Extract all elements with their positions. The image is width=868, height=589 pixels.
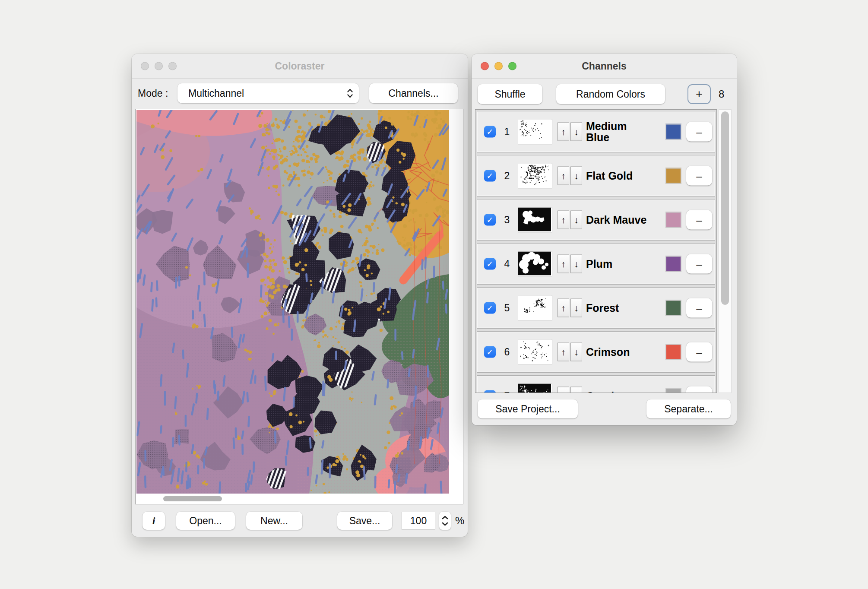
remove-channel-button[interactable]: – <box>686 254 712 274</box>
coloraster-window: Coloraster Mode : Multichannel Channels.… <box>132 54 468 537</box>
coloraster-toolbar: i Open... New... Save... 100 % <box>132 512 468 530</box>
arrow-down-icon: ↓ <box>574 215 579 225</box>
channel-list: ✓ 1 ↑ ↓ Medium Blue – ✓ 2 ↑ ↓ Flat Gold … <box>475 109 717 393</box>
move-up-button[interactable]: ↑ <box>558 167 569 185</box>
channels-footer: Save Project... Separate... <box>472 399 737 418</box>
channel-row[interactable]: ✓ 5 ↑ ↓ Forest – <box>477 287 715 329</box>
channel-color-swatch[interactable] <box>665 168 681 184</box>
zoom-percent-field[interactable]: 100 <box>402 512 435 530</box>
channel-row[interactable]: ✓ 4 ↑ ↓ Plum – <box>477 243 715 285</box>
channel-row[interactable]: ✓ 3 ↑ ↓ Dark Mauve – <box>477 199 715 241</box>
arrow-up-icon: ↑ <box>561 303 566 313</box>
move-up-button[interactable]: ↑ <box>558 255 569 273</box>
traffic-lights <box>141 62 177 70</box>
arrow-down-icon: ↓ <box>574 171 579 181</box>
info-button[interactable]: i <box>143 512 165 530</box>
canvas-horizontal-scrollbar[interactable] <box>136 494 449 503</box>
channel-name: Dark Mauve <box>586 214 650 225</box>
coloraster-titlebar[interactable]: Coloraster <box>132 54 468 79</box>
remove-channel-button[interactable]: – <box>686 166 712 186</box>
channel-visibility-checkbox[interactable]: ✓ <box>484 214 496 226</box>
remove-channel-button[interactable]: – <box>686 342 712 362</box>
channel-row[interactable]: ✓ 6 ↑ ↓ Crimson – <box>477 331 715 373</box>
channels-button[interactable]: Channels... <box>369 83 458 103</box>
channel-visibility-checkbox[interactable]: ✓ <box>484 126 496 138</box>
channel-color-swatch[interactable] <box>665 300 681 316</box>
channel-reorder-buttons: ↑ ↓ <box>558 387 582 393</box>
channel-reorder-buttons: ↑ ↓ <box>558 211 582 229</box>
channel-row[interactable]: ✓ 2 ↑ ↓ Flat Gold – <box>477 155 715 196</box>
move-down-button[interactable]: ↓ <box>570 255 582 273</box>
separate-button[interactable]: Separate... <box>646 399 731 418</box>
close-button[interactable] <box>141 62 149 70</box>
channel-thumbnail[interactable] <box>518 383 552 393</box>
move-up-button[interactable]: ↑ <box>558 211 569 229</box>
channel-visibility-checkbox[interactable]: ✓ <box>484 390 496 393</box>
minimize-button[interactable] <box>494 62 503 70</box>
add-channel-button[interactable]: + <box>687 84 711 104</box>
minimize-button[interactable] <box>155 62 163 70</box>
zoom-window-button[interactable] <box>508 62 516 70</box>
random-colors-button[interactable]: Random Colors <box>556 84 665 104</box>
channel-thumbnail[interactable] <box>518 163 552 189</box>
move-up-button[interactable]: ↑ <box>558 343 569 361</box>
close-button[interactable] <box>481 62 489 70</box>
channel-row[interactable]: ✓ 7 ↑ ↓ Granite – <box>477 375 715 393</box>
remove-channel-button[interactable]: – <box>686 386 712 393</box>
vertical-scrollbar-thumb[interactable] <box>721 111 729 305</box>
move-down-button[interactable]: ↓ <box>570 343 582 361</box>
arrow-down-icon: ↓ <box>574 259 579 269</box>
channel-count: 8 <box>719 84 724 104</box>
remove-channel-button[interactable]: – <box>686 122 712 142</box>
channel-thumbnail[interactable] <box>518 339 552 365</box>
canvas-area[interactable] <box>135 109 463 504</box>
move-up-button[interactable]: ↑ <box>558 387 569 393</box>
channel-reorder-buttons: ↑ ↓ <box>558 299 582 317</box>
arrow-up-icon: ↑ <box>561 347 566 357</box>
channels-titlebar[interactable]: Channels <box>472 54 737 79</box>
open-button[interactable]: Open... <box>176 512 235 530</box>
channel-name: Crimson <box>586 346 650 358</box>
save-button[interactable]: Save... <box>337 512 392 530</box>
horizontal-scrollbar-thumb[interactable] <box>163 496 222 501</box>
channel-visibility-checkbox[interactable]: ✓ <box>484 170 496 182</box>
move-down-button[interactable]: ↓ <box>570 167 582 185</box>
move-up-button[interactable]: ↑ <box>558 123 569 141</box>
channel-color-swatch[interactable] <box>665 212 681 228</box>
channel-number: 2 <box>501 170 513 182</box>
channel-color-swatch[interactable] <box>665 344 681 360</box>
remove-channel-button[interactable]: – <box>686 298 712 318</box>
save-project-button[interactable]: Save Project... <box>478 399 578 418</box>
move-down-button[interactable]: ↓ <box>570 211 582 229</box>
new-button[interactable]: New... <box>246 512 302 530</box>
channel-color-swatch[interactable] <box>665 388 681 393</box>
artwork-image <box>136 110 449 494</box>
channel-visibility-checkbox[interactable]: ✓ <box>484 346 496 358</box>
channel-name: Plum <box>586 258 650 269</box>
move-down-button[interactable]: ↓ <box>570 299 582 317</box>
move-down-button[interactable]: ↓ <box>570 123 582 141</box>
channel-color-swatch[interactable] <box>665 256 681 272</box>
channel-thumbnail[interactable] <box>518 295 552 321</box>
move-up-button[interactable]: ↑ <box>558 299 569 317</box>
traffic-lights <box>481 62 516 70</box>
zoom-window-button[interactable] <box>168 62 177 70</box>
channel-row[interactable]: ✓ 1 ↑ ↓ Medium Blue – <box>477 111 715 152</box>
mode-select[interactable]: Multichannel <box>177 83 359 103</box>
channel-visibility-checkbox[interactable]: ✓ <box>484 258 496 270</box>
channel-list-scrollbar[interactable] <box>719 109 732 393</box>
shuffle-button[interactable]: Shuffle <box>478 84 542 104</box>
zoom-stepper[interactable] <box>439 512 451 530</box>
channel-thumbnail[interactable] <box>518 119 552 145</box>
channel-number: 3 <box>501 214 513 226</box>
remove-channel-button[interactable]: – <box>686 210 712 230</box>
channel-color-swatch[interactable] <box>665 124 681 140</box>
channel-thumbnail[interactable] <box>518 251 552 277</box>
channel-visibility-checkbox[interactable]: ✓ <box>484 302 496 314</box>
mode-select-value: Multichannel <box>188 88 244 99</box>
channel-reorder-buttons: ↑ ↓ <box>558 255 582 273</box>
channel-name: Forest <box>586 302 650 314</box>
move-down-button[interactable]: ↓ <box>570 387 582 393</box>
channel-thumbnail[interactable] <box>518 207 552 233</box>
channel-number: 7 <box>501 390 513 393</box>
